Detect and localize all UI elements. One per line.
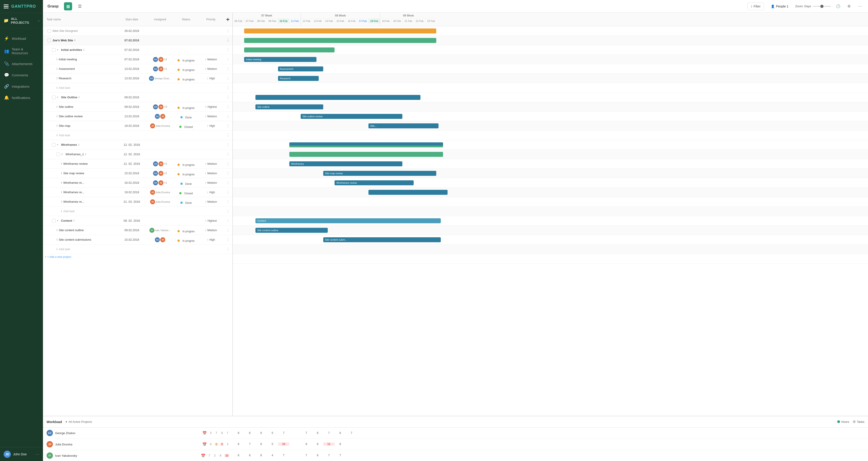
gantt-view-button[interactable]: ▦ xyxy=(64,2,72,10)
table-row[interactable]: ℹ Add task ⋮ xyxy=(43,83,232,93)
filter-button[interactable]: ⫶ Filter xyxy=(747,2,764,10)
all-projects-button[interactable]: 📁 ALL PROJECTS › xyxy=(0,13,43,28)
gantt-bar[interactable] xyxy=(244,28,436,33)
user-profile[interactable]: JD John Doe ⋯ xyxy=(0,447,43,461)
row-more-button[interactable]: ⋮ xyxy=(223,124,232,128)
row-more-button[interactable]: ⋮ xyxy=(223,57,232,61)
gantt-bar[interactable] xyxy=(289,152,443,157)
row-more-button[interactable]: ⋮ xyxy=(223,238,232,242)
gantt-bar[interactable] xyxy=(244,38,436,43)
task-checkbox[interactable] xyxy=(52,96,56,99)
gantt-bar[interactable]: Site map review xyxy=(323,171,436,176)
task-checkbox[interactable] xyxy=(52,143,56,147)
table-row[interactable]: ▾ Content ℹ 09. 02. 2018 ↑ Highest ⋮ xyxy=(43,216,232,225)
gantt-bar[interactable]: Wireframes review xyxy=(335,180,414,185)
table-row[interactable]: ℹ Wireframes re... 21. 03. 2018 JD Julia… xyxy=(43,197,232,207)
more-options-button[interactable]: ⋯ xyxy=(856,3,864,10)
table-row[interactable]: ▾ Wireframes ℹ 12. 02. 2018 ⋮ xyxy=(43,140,232,150)
user-more-icon[interactable]: ⋯ xyxy=(36,452,39,457)
gantt-bar[interactable] xyxy=(368,190,447,195)
sidebar-item-comments[interactable]: 💬 Comments xyxy=(0,69,43,81)
table-row[interactable]: ℹ Add task ⋮ xyxy=(43,245,232,254)
expand-icon[interactable]: ▾ xyxy=(57,219,60,222)
row-more-button[interactable]: ⋮ xyxy=(223,161,232,166)
row-more-button[interactable]: ⋮ xyxy=(223,209,232,213)
gantt-bar[interactable]: Initial meeting xyxy=(244,57,316,62)
workload-calendar-icon[interactable]: 📅 xyxy=(202,442,207,447)
row-more-button[interactable]: ⋮ xyxy=(223,48,232,52)
settings-button[interactable]: ⚙ xyxy=(845,3,852,10)
table-row[interactable]: ℹ Research 13.02.2018 GZ George Zhuk... … xyxy=(43,74,232,83)
zoom-slider[interactable] xyxy=(813,6,831,7)
table-row[interactable]: Joe's Web Site ℹ 07.02.2018 ⋮ xyxy=(43,36,232,45)
gantt-bar[interactable]: Site outline review xyxy=(301,114,402,119)
gantt-bar[interactable] xyxy=(244,48,335,53)
row-more-button[interactable]: ⋮ xyxy=(223,29,232,33)
row-more-button[interactable]: ⋮ xyxy=(223,114,232,118)
row-more-button[interactable]: ⋮ xyxy=(223,199,232,204)
table-row[interactable]: ℹ Wireframes review 12. 02. 2018 GZ JD +… xyxy=(43,159,232,168)
table-row[interactable]: ▾ Site Outline ℹ 09.02.2018 ⋮ xyxy=(43,93,232,102)
gantt-bar[interactable] xyxy=(255,95,421,100)
gantt-bar[interactable]: Site outline xyxy=(255,104,323,110)
table-row[interactable]: ℹ Add task ⋮ xyxy=(43,131,232,140)
sidebar-item-attachments[interactable]: 📎 Attachements xyxy=(0,58,43,69)
row-more-button[interactable]: ⋮ xyxy=(223,104,232,109)
row-more-button[interactable]: ⋮ xyxy=(223,247,232,251)
row-more-button[interactable]: ⋮ xyxy=(223,190,232,194)
sidebar-item-notifications[interactable]: 🔔 Notifications xyxy=(0,92,43,103)
table-row[interactable]: ℹ Wireframes re... 19.02.2018 JD Julia D… xyxy=(43,188,232,197)
row-more-button[interactable]: ⋮ xyxy=(223,181,232,185)
gantt-bar[interactable]: Content xyxy=(255,218,441,223)
table-row[interactable]: ℹ Site outline 09.02.2018 GZ JD +3 In pr… xyxy=(43,102,232,112)
sidebar-item-team-resources[interactable]: 👥 Team & Resources xyxy=(0,44,43,58)
workload-calendar-icon[interactable]: 📅 xyxy=(202,431,207,435)
table-row[interactable]: ℹ Site map 19.02.2018 JD Julia Drunina C… xyxy=(43,121,232,131)
row-more-button[interactable]: ⋮ xyxy=(223,218,232,223)
sidebar-item-integrations[interactable]: 🔗 Integrations xyxy=(0,81,43,92)
row-more-button[interactable]: ⋮ xyxy=(223,152,232,156)
row-more-button[interactable]: ⋮ xyxy=(223,86,232,90)
table-row[interactable]: ℹ Assessment 13.02.2018 GZ JD +1 In prog… xyxy=(43,64,232,74)
row-more-button[interactable]: ⋮ xyxy=(223,171,232,175)
task-checkbox[interactable] xyxy=(57,153,60,156)
workload-calendar-icon[interactable]: 📅 xyxy=(201,454,206,458)
gantt-bar[interactable]: Site... xyxy=(368,123,438,128)
row-more-button[interactable]: ⋮ xyxy=(223,133,232,137)
history-button[interactable]: 🕐 xyxy=(835,3,842,10)
row-more-button[interactable]: ⋮ xyxy=(223,76,232,81)
table-row[interactable]: ℹ Wireframes re... 16.02.2018 GZ JD +1 D… xyxy=(43,178,232,188)
add-project-button[interactable]: + + Add a new project xyxy=(43,254,232,260)
hamburger-icon[interactable] xyxy=(4,4,8,8)
gantt-bar[interactable]: Site content outline xyxy=(255,228,328,233)
table-row[interactable]: Web Site Designed 26.02.2018 ⋮ xyxy=(43,26,232,36)
sidebar-item-workload[interactable]: ⚡ Workload xyxy=(0,33,43,44)
task-checkbox[interactable] xyxy=(52,48,56,52)
row-more-button[interactable]: ⋮ xyxy=(223,228,232,232)
gantt-bar[interactable]: Research xyxy=(278,76,319,81)
gantt-bar[interactable]: Site content subm... xyxy=(323,237,441,242)
gantt-bar[interactable]: Wireframes xyxy=(289,161,402,166)
expand-icon[interactable]: ▾ xyxy=(57,143,60,146)
table-row[interactable]: ℹ Site content outline 09.02.2018 IY Iva… xyxy=(43,225,232,235)
row-more-button[interactable]: ⋮ xyxy=(223,38,232,42)
row-more-button[interactable]: ⋮ xyxy=(223,67,232,71)
table-row[interactable]: ▾ Wireframes_1 ℹ 12. 02. 2018 ⋮ xyxy=(43,150,232,159)
table-row[interactable]: ℹ Site outline review 13.02.2018 GZ JD D… xyxy=(43,112,232,121)
table-row[interactable]: ℹ Add task ⋮ xyxy=(43,207,232,216)
expand-icon[interactable]: ▾ xyxy=(61,153,64,156)
row-more-button[interactable]: ⋮ xyxy=(223,95,232,99)
table-row[interactable]: ℹ Initial meeting 07.02.2018 GZ JD +2 In… xyxy=(43,55,232,64)
table-row[interactable]: ℹ Site content submissions 15.02.2018 GZ… xyxy=(43,235,232,245)
expand-icon[interactable]: ▾ xyxy=(57,49,60,51)
expand-icon[interactable]: ▾ xyxy=(57,96,60,99)
workload-filter-button[interactable]: ▾ All Active Projects xyxy=(66,420,92,424)
task-checkbox[interactable] xyxy=(48,29,51,33)
list-view-button[interactable]: ☰ xyxy=(76,2,84,10)
table-row[interactable]: ℹ Site map review 15.02.2018 GZ JD +2 In… xyxy=(43,168,232,178)
row-more-button[interactable]: ⋮ xyxy=(223,143,232,147)
people-button[interactable]: 👤 People 1 xyxy=(768,3,792,10)
task-checkbox[interactable] xyxy=(48,39,51,42)
gantt-bar[interactable]: Assessment xyxy=(278,66,323,71)
task-checkbox[interactable] xyxy=(52,219,56,223)
